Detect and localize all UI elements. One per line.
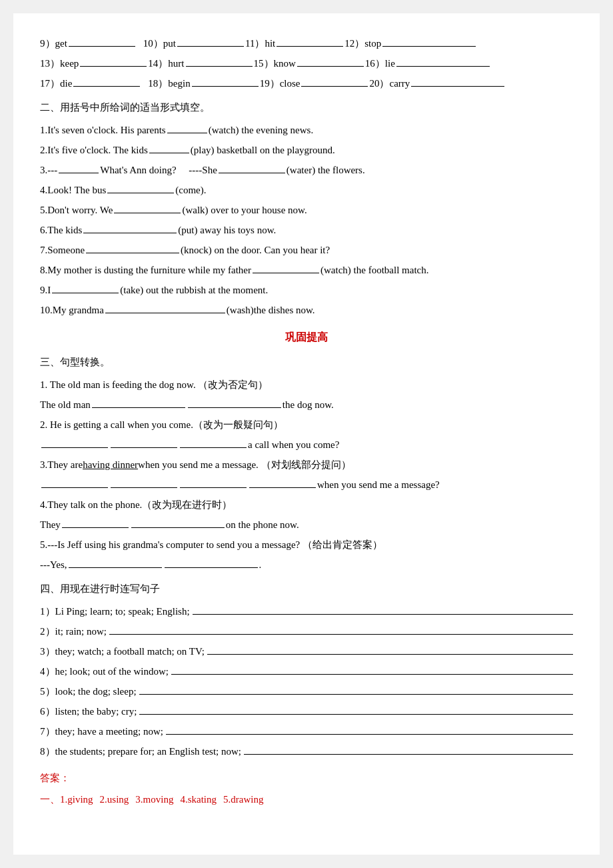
p2-s4: 4.Look! The bus (come).	[40, 180, 573, 200]
section-consolidate-title: 巩固提高	[40, 327, 573, 348]
p2-s6: 6.The kids (put) away his toys now.	[40, 220, 573, 240]
part4-title: 四、用现在进行时连写句子	[40, 579, 573, 599]
p3-a5: ---Yes, .	[40, 555, 573, 575]
underline-having-dinner: having dinner	[83, 455, 138, 475]
answer-section: 答案：	[40, 768, 573, 788]
p3-a4: They on the phone now.	[40, 515, 573, 535]
blank-p3-2c	[180, 436, 247, 448]
fill-p4-8	[244, 743, 573, 755]
answer-1-5: 5.drawing	[223, 789, 263, 809]
page: 9）get 10）put 11）hit 12）stop 13）keep 14）h…	[13, 13, 600, 855]
blank-11-hit	[277, 35, 343, 47]
fill-p4-1	[193, 603, 573, 615]
p2-s8: 8.My mother is dusting the furniture whi…	[40, 260, 573, 280]
answer-1-1: 一、1.giving	[40, 789, 93, 809]
answer-row-1: 一、1.giving 2.using 3.moving 4.skating 5.…	[40, 789, 573, 809]
blank-p2-7	[86, 241, 179, 253]
p4-s6: 6）listen; the baby; cry;	[40, 701, 573, 721]
line-17: 17）die 18）begin 19）close 20）carry	[40, 73, 573, 93]
blank-20	[411, 75, 504, 87]
blank-p2-10	[105, 301, 225, 313]
blank-p3-3a	[41, 476, 108, 488]
blank-p3-4b	[131, 516, 225, 528]
fill-p4-2	[109, 623, 573, 635]
blank-p3-5b	[165, 556, 258, 568]
p3-a1: The old man the dog now.	[40, 395, 573, 415]
blank-p2-8	[253, 261, 319, 273]
blank-p3-5a	[69, 556, 162, 568]
blank-p3-4a	[62, 516, 129, 528]
answer-label: 答案：	[40, 773, 70, 783]
p2-s7: 7.Someone (knock) on the door. Can you h…	[40, 240, 573, 260]
blank-p3-3c	[180, 476, 247, 488]
p2-s10: 10.My grandma (wash)the dishes now.	[40, 300, 573, 320]
p3-q2: 2. He is getting a call when you come.（改…	[40, 415, 573, 435]
p4-s3: 3）they; watch; a football match; on TV;	[40, 641, 573, 661]
p2-s3: 3.--- What's Ann doing? ----She (water) …	[40, 160, 573, 180]
p4-s8: 8）the students; prepare for; an English …	[40, 741, 573, 761]
blank-16	[396, 55, 490, 67]
blank-9-get	[69, 35, 135, 47]
blank-p3-3b	[111, 476, 177, 488]
blank-p2-4	[107, 181, 174, 193]
answer-1-2: 2.using	[100, 789, 129, 809]
p4-s5: 5）look; the dog; sleep;	[40, 681, 573, 701]
p2-s5: 5.Don't worry. We (walk) over to your ho…	[40, 200, 573, 220]
fill-p4-5	[139, 683, 573, 695]
blank-13	[80, 55, 147, 67]
blank-p2-5	[114, 201, 181, 213]
blank-p2-1a	[167, 121, 207, 133]
blank-15	[297, 55, 364, 67]
answer-1-3: 3.moving	[135, 789, 173, 809]
blank-19	[301, 75, 368, 87]
answer-1-4: 4.skating	[180, 789, 217, 809]
p2-s2: 2.It's five o'clock. The kids (play) bas…	[40, 140, 573, 160]
p4-s1: 1）Li Ping; learn; to; speak; English;	[40, 601, 573, 621]
p2-s9: 9.I (take) out the rubbish at the moment…	[40, 280, 573, 300]
blank-p3-3d	[249, 476, 316, 488]
fill-p4-4	[171, 663, 573, 675]
p3-a3: when you send me a message?	[40, 475, 573, 495]
blank-p2-2a	[149, 141, 189, 153]
fill-p4-6	[139, 703, 573, 715]
blank-p2-6	[83, 221, 177, 233]
p4-s2: 2）it; rain; now;	[40, 621, 573, 641]
fill-p4-3	[207, 643, 573, 655]
blank-14	[186, 55, 253, 67]
p3-q1: 1. The old man is feeding the dog now. （…	[40, 375, 573, 395]
line-13: 13）keep 14）hurt 15）know 16）lie	[40, 53, 573, 73]
blank-p3-1a	[92, 396, 185, 408]
part3-title: 三、句型转换。	[40, 352, 573, 372]
blank-p2-3a	[59, 161, 99, 173]
blank-10-put	[177, 35, 244, 47]
blank-17	[73, 75, 140, 87]
line-9: 9）get 10）put 11）hit 12）stop	[40, 33, 573, 53]
blank-p3-2b	[111, 436, 177, 448]
p2-s1: 1.It's seven o'clock. His parents (watch…	[40, 120, 573, 140]
p3-q4: 4.They talk on the phone.（改为现在进行时）	[40, 495, 573, 515]
p3-a2: a call when you come?	[40, 435, 573, 455]
fill-p4-7	[166, 723, 573, 735]
blank-p3-1b	[188, 396, 281, 408]
p3-q3: 3.They are having dinner when you send m…	[40, 455, 573, 475]
part2-title: 二、用括号中所给词的适当形式填空。	[40, 97, 573, 117]
blank-18	[192, 75, 259, 87]
blank-p3-2a	[41, 436, 108, 448]
blank-p2-9	[52, 281, 119, 293]
p3-q5: 5.---Is Jeff using his grandma's compute…	[40, 535, 573, 555]
blank-p2-3b	[219, 161, 285, 173]
blank-12-stop	[382, 35, 476, 47]
p4-s7: 7）they; have a meeting; now;	[40, 721, 573, 741]
p4-s4: 4）he; look; out of the window;	[40, 661, 573, 681]
